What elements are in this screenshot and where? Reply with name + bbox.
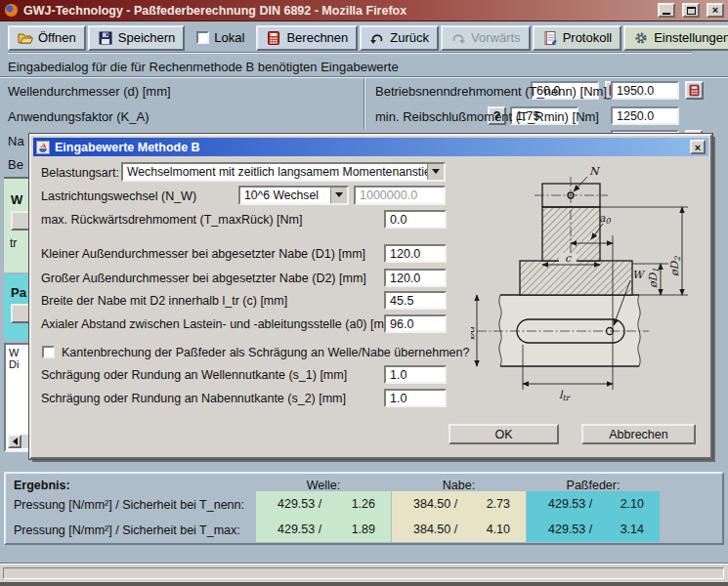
drawing-label-d: ød: [471, 325, 477, 340]
cancel-button[interactable]: Abbrechen: [581, 424, 696, 444]
tmaxrueck-field[interactable]: 0.0: [384, 210, 447, 229]
passfeder-tmax-cell: 429.53 /3.14: [527, 517, 660, 542]
floppy-disk-icon: [98, 30, 113, 46]
dialog-eingabewerte-methode-b: Eingabewerte Methode B × Belastungsart: …: [29, 134, 712, 459]
safety-value: 1.89: [352, 523, 375, 536]
toolbar-separator: [8, 52, 692, 54]
lastwechsel-value: 10^6 Wechsel: [240, 188, 330, 203]
results-col-nabe: Nabe:: [392, 479, 526, 492]
nominal-torque-field[interactable]: 1950.0: [611, 81, 679, 100]
close-button[interactable]: ×: [707, 3, 724, 18]
local-checkbox-group: Lokal: [196, 30, 244, 45]
welle-section-button-partial[interactable]: [11, 211, 30, 230]
maximize-button[interactable]: [682, 3, 700, 18]
results-col-welle: Welle:: [256, 479, 391, 492]
welle-section-sliver: W tr: [4, 177, 30, 272]
application-window: GWJ-Technology - Paßfederberechnung DIN …: [0, 0, 728, 586]
welle-section-header-partial: W: [11, 192, 30, 207]
document-icon: [542, 30, 558, 46]
application-factor-label: Anwendungsfaktor (K_A): [8, 109, 150, 124]
open-button[interactable]: Öffnen: [8, 25, 86, 51]
lastwechsel-dropdown-button[interactable]: [330, 188, 347, 203]
s2-field[interactable]: 1.0: [384, 389, 447, 407]
lastwechsel-combobox[interactable]: 10^6 Wechsel: [238, 186, 349, 205]
firefox-icon: [4, 3, 19, 18]
material-listbox-sliver[interactable]: W Di: [4, 343, 30, 452]
d2-field[interactable]: 120.0: [384, 269, 447, 287]
chevron-down-icon: [432, 169, 440, 178]
open-folder-icon: [18, 30, 33, 46]
shaft-diameter-label: Wellendurchmesser (d) [mm]: [8, 84, 171, 99]
list-item: Di: [9, 358, 28, 370]
dialog-title: Eingabewerte Methode B: [55, 141, 685, 154]
nabe-result-cells: 384.50 /2.73 384.50 /4.10: [392, 491, 526, 542]
forward-button[interactable]: Vorwärts: [441, 25, 531, 51]
belastungsart-value: Wechselmoment mit zeitlich langsamem Mom…: [123, 164, 427, 180]
drawing-label-d1: øD1: [647, 268, 661, 288]
lastwechsel-label: Lastrichtungswechsel (N_W): [41, 189, 196, 203]
nabe-tmax-cell: 384.50 /4.10: [392, 517, 526, 542]
results-col-passfeder: Paßfeder:: [527, 479, 660, 492]
results-panel: Ergebnis: Welle: Nabe: Paßfeder: Pressun…: [4, 472, 724, 545]
maximize-icon: [687, 7, 696, 15]
s1-field[interactable]: 1.0: [384, 365, 447, 384]
settings-button[interactable]: Einstellungen: [623, 25, 728, 51]
horizontal-scrollbar[interactable]: [8, 435, 28, 448]
drawing-label-w: W: [632, 269, 646, 281]
arrow-left-icon: [9, 438, 18, 445]
scroll-left-button[interactable]: [8, 435, 21, 448]
safety-value: 1.26: [352, 497, 375, 511]
nominal-torque-label: Betriebsnenndrehmoment (T_nenn) [Nm]: [375, 84, 607, 99]
friction-torque-field[interactable]: 1250.0: [611, 106, 679, 125]
back-button[interactable]: Zurück: [360, 25, 439, 51]
calculator-icon: [688, 84, 701, 97]
technical-drawing: N a0 c W øD1 øD2 ød ltr: [471, 159, 704, 415]
page-subtitle: Eingabedialog für die für Rechenmethode …: [8, 60, 399, 74]
a0-field[interactable]: 96.0: [384, 314, 447, 333]
forward-label: Vorwärts: [471, 30, 521, 45]
belastungsart-label: Belastungsart:: [41, 166, 119, 180]
d1-label: Kleiner Außendurchmesser bei abgesetzter…: [41, 247, 365, 261]
window-titlebar: GWJ-Technology - Paßfederberechnung DIN …: [0, 0, 728, 21]
list-item: W: [9, 347, 28, 358]
calculate-button[interactable]: Berechnen: [256, 25, 358, 51]
dialog-titlebar: Eingabewerte Methode B ×: [33, 138, 708, 156]
pressure-value: 429.53 /: [548, 497, 592, 511]
settings-label: Einstellungen: [654, 30, 728, 45]
welle-tmax-cell: 429.53 /1.89: [256, 517, 391, 542]
hidden-row2-label-partial: Be: [8, 157, 23, 172]
passfeder-tnenn-cell: 429.53 /2.10: [527, 491, 660, 517]
save-label: Speichern: [118, 30, 176, 45]
kantenbrechung-label: Kantenbrechung der Paßfeder als Schrägun…: [62, 346, 469, 359]
undo-arrow-icon: [369, 30, 385, 46]
minimize-button[interactable]: [658, 3, 675, 18]
nabe-breite-field[interactable]: 45.5: [384, 291, 447, 310]
pressure-value: 429.53 /: [548, 523, 592, 536]
friction-torque-label: min. Reibschlußmoment (T_Rmin) [Nm]: [375, 109, 599, 124]
open-label: Öffnen: [38, 30, 76, 45]
local-checkbox[interactable]: [196, 31, 209, 44]
status-field: [3, 567, 724, 579]
pressure-value: 429.53 /: [278, 523, 321, 536]
java-icon: [36, 141, 50, 154]
calculate-label: Berechnen: [286, 30, 348, 45]
belastungsart-combobox[interactable]: Wechselmoment mit zeitlich langsamem Mom…: [121, 162, 446, 182]
protocol-button[interactable]: Protokoll: [533, 25, 622, 51]
drawing-label-ltr: ltr: [559, 389, 571, 402]
dialog-close-button[interactable]: ×: [690, 140, 706, 154]
s2-label: Schrägung oder Rundung an Nabennutkante …: [41, 392, 346, 405]
hidden-row-label-partial: Na: [8, 134, 24, 148]
kantenbrechung-checkbox[interactable]: [42, 346, 55, 358]
passfeder-result-cells: 429.53 /2.10 429.53 /3.14: [527, 491, 660, 542]
nominal-torque-calc-button[interactable]: [685, 81, 704, 100]
s1-label: Schrägung oder Rundung an Wellennutkante…: [41, 368, 347, 382]
d1-field[interactable]: 120.0: [384, 244, 447, 263]
tmaxrueck-label: max. Rückwärtsdrehmoment (T_maxRück) [Nm…: [41, 213, 302, 227]
form-column-divider: [364, 78, 365, 129]
back-label: Zurück: [390, 30, 429, 45]
save-button[interactable]: Speichern: [88, 25, 186, 51]
ok-button[interactable]: OK: [449, 424, 559, 444]
passfeder-section-button-partial[interactable]: [11, 304, 30, 323]
drawing-label-n: N: [589, 165, 601, 178]
belastungsart-dropdown-button[interactable]: [427, 164, 444, 180]
